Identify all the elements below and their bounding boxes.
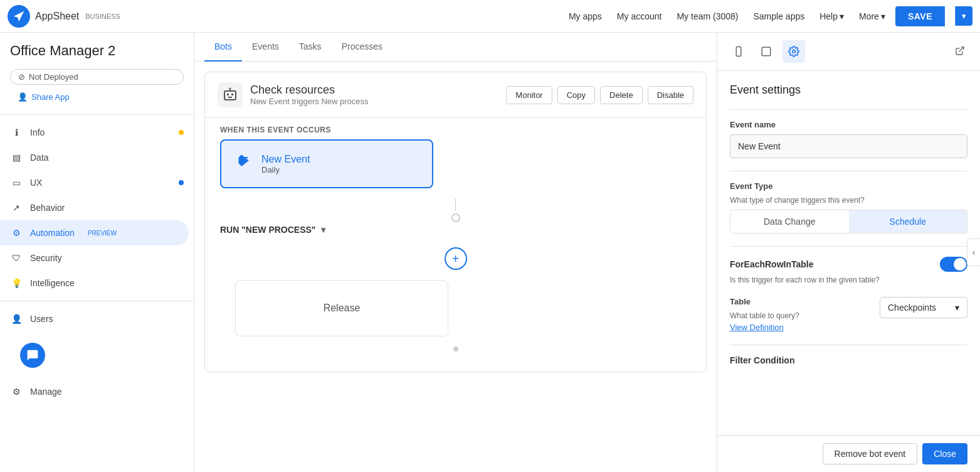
table-dropdown-arrow: ▾	[955, 303, 959, 313]
filter-label: Filter Condition	[730, 355, 967, 365]
sidebar-item-manage[interactable]	[0, 331, 194, 379]
app-layout: Office Manager 2 ⊘ Not Deployed 👤 Share …	[0, 33, 980, 472]
save-button[interactable]: SAVE	[895, 6, 945, 26]
event-card-text: New Event Daily	[261, 154, 310, 174]
event-section: WHEN THIS EVENT OCCURS New Event	[205, 118, 706, 222]
right-panel-body: Event settings Event name Event Type Wha…	[717, 71, 980, 435]
tab-bots[interactable]: Bots	[204, 33, 242, 62]
event-type-desc: What type of change triggers this event?	[730, 196, 967, 205]
not-deployed-icon: ⊘	[18, 72, 25, 82]
bot-name: Check resources	[250, 83, 498, 97]
scroll-dot	[453, 346, 458, 351]
external-link-icon	[955, 46, 965, 56]
table-dropdown[interactable]: Checkpoints ▾	[880, 297, 967, 318]
not-deployed-label: Not Deployed	[29, 72, 78, 82]
bottom-action-bar: Remove bot event Close	[717, 435, 980, 472]
sidebar-divider-top	[0, 114, 194, 115]
share-label: Share App	[31, 92, 70, 102]
event-name-label: Event name	[730, 120, 967, 129]
sidebar-item-info[interactable]: ℹ Info	[0, 120, 194, 145]
sidebar-item-ux[interactable]: ▭ UX	[0, 170, 194, 195]
remove-bot-event-button[interactable]: Remove bot event	[823, 443, 918, 464]
chat-bubble[interactable]	[20, 343, 45, 368]
help-link[interactable]: Help ▾	[819, 11, 844, 21]
manage-icon: ⚙	[10, 385, 23, 398]
connector-line	[455, 198, 456, 211]
topnav: AppSheet BUSINESS My apps My account My …	[0, 0, 980, 33]
tablet-icon	[760, 46, 772, 57]
bot-action-buttons: Monitor Copy Delete Disable	[506, 86, 693, 104]
tab-events[interactable]: Events	[242, 33, 289, 62]
event-type-label: Event Type	[730, 181, 967, 191]
close-button[interactable]: Close	[922, 443, 967, 464]
view-definition-link[interactable]: View Definition	[730, 323, 967, 332]
table-value: Checkpoints	[888, 303, 936, 313]
table-desc: What table to query?	[730, 311, 870, 320]
sidebar-item-automation[interactable]: ⚙ Automation PREVIEW	[0, 220, 189, 245]
release-card[interactable]: Release	[235, 280, 448, 336]
svg-point-10	[793, 50, 796, 53]
my-account-link[interactable]: My account	[617, 11, 662, 21]
sidebar-label-behavior: Behavior	[30, 203, 65, 213]
event-name: New Event	[261, 154, 310, 165]
collapse-panel-button[interactable]: ‹	[967, 239, 980, 266]
my-team-link[interactable]: My team (3008)	[677, 11, 738, 21]
users-icon: 👤	[10, 313, 23, 325]
data-change-button[interactable]: Data Change	[730, 210, 849, 233]
sidebar-item-users[interactable]: 👤 Users	[0, 306, 194, 331]
add-step-button[interactable]: +	[445, 247, 467, 270]
run-dropdown-icon: ▾	[321, 225, 325, 235]
sidebar: Office Manager 2 ⊘ Not Deployed 👤 Share …	[0, 33, 194, 472]
info-dot	[179, 130, 184, 135]
my-apps-link[interactable]: My apps	[569, 11, 602, 21]
disable-button[interactable]: Disable	[648, 86, 693, 104]
more-link[interactable]: More ▾	[859, 11, 885, 21]
svg-rect-6	[736, 47, 741, 56]
tab-processes[interactable]: Processes	[332, 33, 393, 62]
paper-plane-icon	[13, 10, 25, 23]
settings-view-button[interactable]	[782, 40, 805, 63]
table-label: Table	[730, 297, 870, 306]
bot-card-header: Check resources New Event triggers New p…	[205, 72, 706, 118]
save-dropdown-button[interactable]: ▾	[955, 6, 972, 26]
panel-divider-4	[730, 345, 967, 345]
sample-apps-link[interactable]: Sample apps	[753, 11, 804, 21]
ux-icon: ▭	[10, 176, 23, 189]
external-link-button[interactable]	[950, 43, 970, 60]
schedule-icon	[236, 153, 254, 171]
share-app-button[interactable]: 👤 Share App	[10, 90, 184, 104]
sidebar-item-intelligence[interactable]: 💡 Intelligence	[0, 271, 194, 296]
not-deployed-badge[interactable]: ⊘ Not Deployed	[10, 69, 184, 85]
tabs-bar: Bots Events Tasks Processes	[194, 33, 717, 62]
gear-icon	[788, 46, 799, 57]
foreach-desc: Is this trigger for each row in the give…	[730, 276, 967, 284]
bot-icon-box	[218, 82, 243, 107]
sidebar-item-data[interactable]: ▤ Data	[0, 145, 194, 170]
topnav-links: My apps My account My team (3008) Sample…	[569, 11, 885, 21]
delete-button[interactable]: Delete	[600, 86, 643, 104]
tablet-view-button[interactable]	[755, 40, 777, 63]
mobile-view-button[interactable]	[727, 40, 750, 63]
intelligence-icon: 💡	[10, 277, 23, 289]
tab-tasks[interactable]: Tasks	[289, 33, 332, 62]
event-name-input[interactable]	[730, 134, 967, 158]
run-label[interactable]: RUN "NEW PROCESS" ▾	[220, 225, 691, 235]
sidebar-item-behavior[interactable]: ↗ Behavior	[0, 195, 194, 220]
monitor-button[interactable]: Monitor	[506, 86, 552, 104]
event-card[interactable]: New Event Daily	[220, 139, 433, 188]
sidebar-item-manage[interactable]: ⚙ Manage	[0, 379, 194, 404]
copy-button[interactable]: Copy	[557, 86, 595, 104]
app-logo[interactable]: AppSheet BUSINESS	[8, 5, 120, 28]
foreach-label: ForEachRowInTable	[730, 259, 814, 269]
schedule-button[interactable]: Schedule	[849, 210, 967, 233]
sidebar-label-ux: UX	[30, 178, 42, 188]
when-label: WHEN THIS EVENT OCCURS	[205, 118, 706, 139]
sidebar-label-data: Data	[30, 153, 49, 163]
foreach-toggle[interactable]	[940, 257, 967, 272]
sidebar-label-security: Security	[30, 253, 62, 263]
data-icon: ▤	[10, 151, 23, 164]
sidebar-item-security[interactable]: 🛡 Security	[0, 245, 194, 271]
sidebar-divider-bottom	[0, 301, 194, 301]
logo-icon	[8, 5, 30, 28]
event-card-icon	[236, 153, 254, 174]
